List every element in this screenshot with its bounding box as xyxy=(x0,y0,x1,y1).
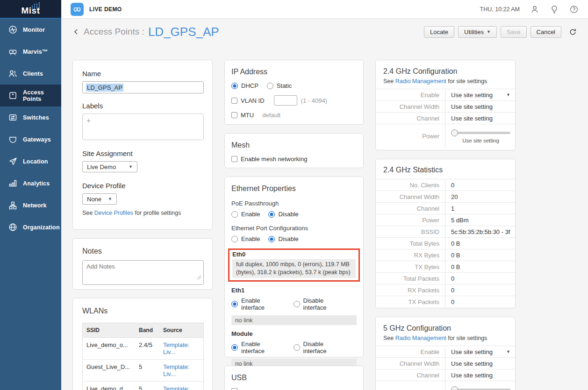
sidebar-item-location[interactable]: Location xyxy=(0,150,61,172)
resize-handle[interactable] xyxy=(197,275,201,279)
cancel-button[interactable]: Cancel xyxy=(531,26,561,38)
power-slider-knob[interactable] xyxy=(451,129,458,136)
labels-input[interactable]: + xyxy=(82,113,204,140)
page-title: LD_GPS_AP xyxy=(148,25,219,39)
page-title-bar: Access Points : LD_GPS_AP Locate Utiliti… xyxy=(61,19,588,45)
profile-note: See Device Profiles for profile settings xyxy=(82,210,203,216)
module-enable-radio[interactable] xyxy=(231,344,238,351)
stat-row: TX Bytes0 B xyxy=(376,261,515,272)
radio-management-link[interactable]: Radio Management xyxy=(395,335,446,341)
power-slider-label: Use site setting xyxy=(451,138,510,143)
top-header: LIVE DEMO THU, 10:22 AM xyxy=(61,0,588,19)
usb-title: USB xyxy=(231,374,357,382)
eth1-enable-radio[interactable] xyxy=(231,301,238,307)
eth0-label: Eth0 xyxy=(232,251,356,258)
caret-down-icon: ▼ xyxy=(108,197,112,201)
eth-port-config-label: Ethernet Port Configurations xyxy=(231,225,357,232)
refresh-icon[interactable] xyxy=(569,28,577,36)
switches-icon xyxy=(8,113,18,122)
locate-button[interactable]: Locate xyxy=(424,26,454,38)
breadcrumb[interactable]: Access Points : xyxy=(84,27,144,37)
add-label-icon[interactable]: + xyxy=(86,116,91,124)
dhcp-label: DHCP xyxy=(241,82,258,89)
stat-row: RX Bytes0 B xyxy=(376,249,515,261)
config-24ghz-subtitle: See Radio Management for site settings xyxy=(383,78,508,85)
name-input[interactable]: LD_GPS_AP xyxy=(82,81,204,93)
power-slider[interactable] xyxy=(451,386,510,390)
module-disable-radio[interactable] xyxy=(294,344,300,351)
back-chevron-icon[interactable] xyxy=(72,28,80,35)
sidebar-item-clients[interactable]: Clients xyxy=(0,63,61,85)
poe-enable-radio[interactable] xyxy=(231,211,238,218)
site-assignment-label: Site Assignment xyxy=(82,149,203,157)
clients-icon xyxy=(8,69,18,78)
wlan-source-link[interactable]: Template: Liv... xyxy=(159,382,203,390)
usb-checkbox[interactable] xyxy=(231,388,237,390)
eth0-status: full duplex, 1000 mbps, 0 (errors), 119.… xyxy=(232,259,356,278)
dhcp-radio[interactable] xyxy=(231,83,238,89)
mist-logo[interactable]: Mist xyxy=(0,0,61,19)
wlan-source-link[interactable]: Template: Liv... xyxy=(159,360,203,381)
vlan-id-input[interactable] xyxy=(274,95,297,106)
wlans-card: WLANs SSID Band Source Live_demo_o... 2.… xyxy=(72,298,213,390)
org-badge[interactable] xyxy=(71,3,84,16)
enable-setting-select[interactable]: Use site setting▼ xyxy=(445,89,515,100)
power-slider[interactable] xyxy=(451,129,510,136)
analytics-icon xyxy=(8,178,18,188)
device-profile-select[interactable]: None▼ xyxy=(82,193,117,205)
notes-textarea[interactable] xyxy=(82,260,204,285)
device-profile-label: Device Profile xyxy=(82,182,203,190)
static-radio[interactable] xyxy=(267,83,273,89)
sidebar-item-analytics[interactable]: Analytics xyxy=(0,172,61,194)
sidebar-item-label: Clients xyxy=(23,71,43,77)
device-profiles-link[interactable]: Device Profiles xyxy=(94,210,133,216)
power-slider-knob[interactable] xyxy=(451,386,458,390)
sidebar-item-switches[interactable]: Switches xyxy=(0,106,61,128)
clock: THU, 10:22 AM xyxy=(480,6,520,13)
wlans-table: SSID Band Source Live_demo_o... 2.4/5 Te… xyxy=(82,323,204,390)
sidebar-item-organization[interactable]: Organization xyxy=(0,216,61,238)
org-ap-icon xyxy=(73,5,81,14)
ethernet-title: Ethernet Properties xyxy=(231,184,357,193)
utilities-button[interactable]: Utilities▼ xyxy=(458,26,497,38)
save-button[interactable]: Save xyxy=(501,26,527,38)
poe-passthrough-label: PoE Passthrough xyxy=(231,200,357,207)
poe-disable-radio[interactable] xyxy=(268,211,275,218)
ethernet-card: Ethernet Properties PoE Passthrough Enab… xyxy=(224,177,364,357)
gateways-icon xyxy=(8,135,18,144)
location-icon xyxy=(8,156,18,166)
stat-row: BSSID5c:5b:35:2b:5b:30 - 3f xyxy=(376,226,515,237)
vlan-checkbox[interactable] xyxy=(231,98,237,104)
eth1-status: no link xyxy=(231,315,357,325)
mesh-checkbox[interactable] xyxy=(231,156,237,162)
mtu-checkbox[interactable] xyxy=(231,112,237,118)
stat-row: Total Bytes0 B xyxy=(376,237,515,249)
sidebar-item-access-points[interactable]: Access Points xyxy=(0,85,61,106)
wlan-source-link[interactable]: Template: Liv... xyxy=(159,338,203,359)
config-24ghz-card: 2.4 GHz Configuration See Radio Manageme… xyxy=(375,60,516,150)
sidebar-item-label: Network xyxy=(23,202,47,209)
wlans-title: WLANs xyxy=(82,307,203,315)
config-5ghz-title: 5 GHz Configuration xyxy=(383,324,508,333)
mesh-label: Enable mesh networking xyxy=(241,156,307,163)
name-value: LD_GPS_AP xyxy=(86,84,123,92)
sidebar-item-label: Gateways xyxy=(23,136,51,143)
mesh-card: Mesh Enable mesh networking xyxy=(224,133,364,168)
portcfg-disable-radio[interactable] xyxy=(268,236,275,242)
site-select[interactable]: Live Demo▼ xyxy=(82,161,137,172)
portcfg-enable-radio[interactable] xyxy=(231,236,238,242)
eth1-disable-radio[interactable] xyxy=(294,301,300,307)
mtu-value: default xyxy=(262,112,280,119)
help-icon[interactable] xyxy=(569,5,579,14)
sidebar-item-gateways[interactable]: Gateways xyxy=(0,128,61,150)
sidebar-item-label: Switches xyxy=(23,114,49,121)
radio-management-link[interactable]: Radio Management xyxy=(395,78,446,85)
sidebar-item-network[interactable]: Network xyxy=(0,194,61,216)
static-label: Static xyxy=(277,82,292,89)
lightbulb-icon[interactable] xyxy=(550,5,559,14)
enable-setting-select[interactable]: Use site setting▼ xyxy=(445,346,515,357)
user-icon[interactable] xyxy=(530,5,539,14)
org-name[interactable]: LIVE DEMO xyxy=(89,6,122,13)
sidebar-item-marvis[interactable]: Marvis™ xyxy=(0,41,61,63)
sidebar-item-monitor[interactable]: Monitor xyxy=(0,19,61,41)
